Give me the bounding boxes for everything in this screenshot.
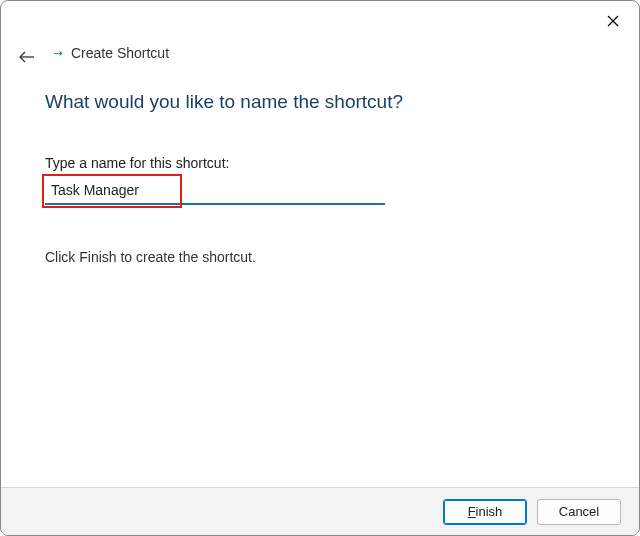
dialog-title: Create Shortcut xyxy=(71,45,169,61)
close-icon xyxy=(607,15,619,27)
back-button[interactable] xyxy=(17,47,37,67)
input-row xyxy=(45,177,385,205)
shortcut-name-input[interactable] xyxy=(45,177,385,205)
cancel-button[interactable]: Cancel xyxy=(537,499,621,525)
finish-mnemonic: F xyxy=(468,504,476,519)
page-heading: What would you like to name the shortcut… xyxy=(45,91,595,113)
finish-label-rest: inish xyxy=(476,504,503,519)
instruction-text: Click Finish to create the shortcut. xyxy=(45,249,595,265)
finish-button[interactable]: Finish xyxy=(443,499,527,525)
shortcut-name-label: Type a name for this shortcut: xyxy=(45,155,595,171)
dialog-footer: Finish Cancel xyxy=(1,487,639,535)
create-shortcut-dialog: ↘ Create Shortcut What would you like to… xyxy=(0,0,640,536)
shortcut-icon: ↘ xyxy=(49,45,65,61)
shortcut-arrow-icon: ↘ xyxy=(49,45,65,61)
dialog-content: What would you like to name the shortcut… xyxy=(45,91,595,265)
close-button[interactable] xyxy=(603,11,623,31)
arrow-left-icon xyxy=(19,50,35,64)
